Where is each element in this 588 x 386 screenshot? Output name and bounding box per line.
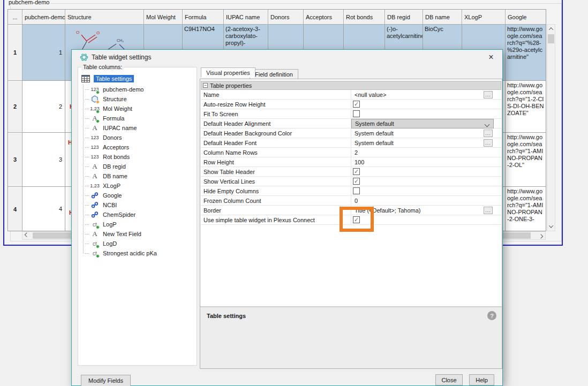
decimal-field-icon: 1,23 <box>89 181 101 190</box>
cell-google[interactable]: http://www.google.com/search?q="1-2-CIS-… <box>506 81 546 133</box>
ellipsis-editor-button[interactable]: ... <box>484 139 493 147</box>
tree-node-table-settings[interactable]: Table settings <box>80 74 134 84</box>
calculated-field-icon: ct <box>89 220 101 229</box>
column-header-iupac-name[interactable]: IUPAC name <box>224 10 268 25</box>
scroll-up-arrow-icon[interactable] <box>547 25 555 33</box>
collapse-icon[interactable]: − <box>203 83 208 88</box>
column-header-formula[interactable]: Formula <box>183 10 224 25</box>
row-header[interactable]: 2 <box>8 81 22 133</box>
column-header-structure[interactable]: Structure <box>65 10 144 25</box>
column-header-db-name[interactable]: DB name <box>423 10 462 25</box>
checkbox[interactable] <box>353 110 360 117</box>
tree-node-structure[interactable]: Structure <box>85 94 127 104</box>
tree-node-donors[interactable]: 123 Donors <box>85 133 122 142</box>
cell-pubchem-demo[interactable]: 3 <box>22 133 65 187</box>
ellipsis-editor-button[interactable]: ... <box>484 207 493 214</box>
column-header-rot-bonds[interactable]: Rot bonds <box>344 10 385 25</box>
property-value[interactable]: System default <box>355 130 394 137</box>
help-icon[interactable]: ? <box>487 311 496 320</box>
cell-pubchem-demo[interactable]: 4 <box>22 187 65 231</box>
table-corner-button[interactable]: ... <box>8 10 22 25</box>
property-group-header[interactable]: − Table properties <box>201 81 501 90</box>
atom-ch3: CH₃ <box>117 39 124 42</box>
checkbox[interactable]: ✓ <box>353 178 360 185</box>
close-icon[interactable]: × <box>485 51 497 63</box>
property-row-default-header-background-color: Default Header Background Color System d… <box>201 128 501 138</box>
close-button[interactable]: Close <box>435 374 463 385</box>
structure-field-icon <box>89 95 101 103</box>
property-value[interactable]: 2 <box>355 149 358 156</box>
tree-node-logp[interactable]: ct LogP <box>85 220 117 229</box>
table-vertical-scrollbar[interactable] <box>547 24 555 231</box>
property-row-name: Name <null value> ... <box>201 90 501 100</box>
integer-field-icon: 123 <box>89 153 101 161</box>
property-value[interactable]: <null value> <box>355 92 386 98</box>
property-value[interactable]: 100 <box>355 159 364 165</box>
decimal-field-icon: 1,23 <box>89 104 101 113</box>
tree-node-iupac-name[interactable]: A IUPAC name <box>85 123 137 133</box>
column-header-pubchem-demo[interactable]: pubchem-demo <box>22 10 65 25</box>
integer-field-icon: 123 <box>89 85 101 94</box>
cell-pubchem-demo[interactable]: 1 <box>22 25 65 81</box>
table-widget-settings-dialog: Table widget settings × Table columns: T… <box>71 49 503 386</box>
dropdown-chevron-icon <box>485 122 490 127</box>
tree-node-strongest-acidic-pka[interactable]: ct Strongest acidic pKa <box>85 248 157 258</box>
tree-node-mol-weight[interactable]: 1,23 Mol Weight <box>85 104 132 113</box>
tree-node-xlogp[interactable]: 1,23 XLogP <box>85 181 120 191</box>
atom-o: O <box>96 31 100 35</box>
scroll-left-arrow-icon[interactable] <box>23 232 31 239</box>
column-header-db-regid[interactable]: DB regid <box>385 10 423 25</box>
tree-node-formula[interactable]: A Formula <box>85 113 124 123</box>
tree-node-new-text-field[interactable]: A New Text Field <box>85 229 141 239</box>
dropdown-select[interactable]: System default <box>351 119 494 128</box>
tree-node-rot-bonds[interactable]: 123 Rot bonds <box>85 152 130 162</box>
indexed-badge-icon <box>96 225 100 229</box>
ellipsis-editor-button[interactable]: ... <box>484 91 493 99</box>
row-header[interactable]: 4 <box>8 187 22 231</box>
tree-node-pubchem-demo[interactable]: 123 pubchem-demo <box>85 85 144 94</box>
column-header-google[interactable]: Google <box>506 10 546 25</box>
column-header-donors[interactable]: Donors <box>268 10 304 25</box>
vertical-scroll-thumb[interactable] <box>548 34 554 43</box>
text-field-icon: A <box>89 172 101 180</box>
tree-group-label: Table columns: <box>81 64 124 70</box>
cell-pubchem-demo[interactable]: 2 <box>22 81 65 133</box>
checkbox[interactable] <box>353 187 360 194</box>
integer-field-icon: 123 <box>89 133 101 142</box>
tree-node-acceptors[interactable]: 123 Acceptors <box>85 142 129 152</box>
ellipsis-editor-button[interactable]: ... <box>484 130 493 137</box>
tab-visual-properties[interactable]: Visual properties <box>201 67 255 78</box>
cell-google[interactable]: http://www.google.com/search?q="%28-%29o… <box>506 25 546 81</box>
tree-node-db-regid[interactable]: A DB regid <box>85 162 126 171</box>
dialog-title: Table widget settings <box>92 54 151 61</box>
column-header-mol-weight[interactable]: Mol Weight <box>144 10 183 25</box>
table-columns-panel: Table columns: Table settings 123 pubche… <box>78 67 197 366</box>
property-row-row-height: Row Height 100 <box>201 157 501 167</box>
description-title: Table settings <box>207 313 246 319</box>
scroll-right-arrow-icon[interactable] <box>537 232 545 239</box>
row-header[interactable]: 1 <box>8 25 22 81</box>
row-header[interactable]: 3 <box>8 133 22 187</box>
tree-node-chemspider[interactable]: ChemSpider <box>85 210 135 220</box>
cell-google[interactable]: http://www.google.com/search?q="1-AMINO-… <box>506 187 546 231</box>
property-value[interactable]: 0 <box>355 198 358 204</box>
column-header-xlogp[interactable]: XLogP <box>462 10 506 25</box>
modify-fields-button[interactable]: Modify Fields <box>81 375 131 386</box>
checkbox[interactable]: ✓ <box>353 101 360 108</box>
indexed-badge-icon <box>96 245 100 248</box>
tab-field-definition[interactable]: Field definition <box>250 69 298 79</box>
property-value[interactable]: System default <box>355 140 394 146</box>
scroll-down-arrow-icon[interactable] <box>547 223 555 230</box>
column-header-acceptors[interactable]: Acceptors <box>304 10 344 25</box>
tree-node-google[interactable]: Google <box>85 191 122 200</box>
property-row-default-header-alignment: Default Header Alignment System default <box>201 119 501 128</box>
help-button[interactable]: Help <box>469 374 494 385</box>
groupbox-label: pubchem-demo <box>7 0 51 5</box>
tree-node-db-name[interactable]: A DB name <box>85 171 127 181</box>
indexed-badge-icon <box>96 254 100 258</box>
tree-node-logd[interactable]: ct LogD <box>85 239 117 248</box>
tree-node-ncbi[interactable]: NCBI <box>85 200 117 210</box>
dialog-titlebar[interactable]: Table widget settings × <box>72 50 502 65</box>
cell-google[interactable]: http://www.google.com/search?q="1-AMINO-… <box>506 133 546 187</box>
checkbox[interactable]: ✓ <box>353 168 360 175</box>
